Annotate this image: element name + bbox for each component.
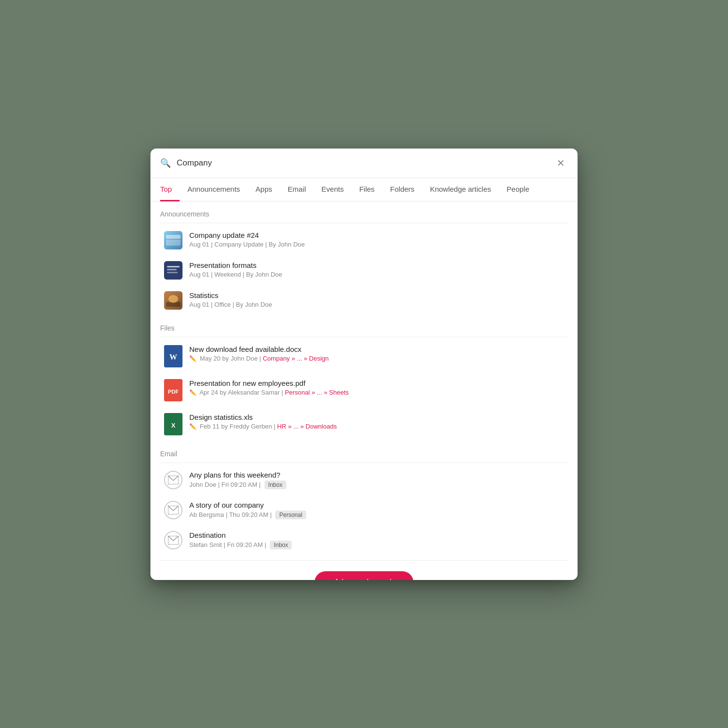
tab-files[interactable]: Files	[351, 178, 382, 201]
file-icon-pdf: PDF	[164, 379, 182, 401]
tab-folders[interactable]: Folders	[382, 178, 422, 201]
announcements-section-header: Announcements	[160, 201, 568, 223]
announcement-2-text: Presentation formats Aug 01 | Weekend | …	[189, 261, 564, 278]
email-3-meta: Stefan Smit | Fri 09:20 AM | Inbox	[189, 541, 564, 549]
list-item[interactable]: Any plans for this weekend? John Doe | F…	[160, 465, 568, 495]
svg-text:PDF: PDF	[168, 389, 179, 395]
announcement-3-meta: Aug 01 | Office | By John Doe	[189, 301, 564, 308]
email-1-text: Any plans for this weekend? John Doe | F…	[189, 471, 564, 489]
svg-rect-1	[166, 240, 181, 246]
tab-email[interactable]: Email	[280, 178, 314, 201]
email-1-meta: John Doe | Fri 09:20 AM | Inbox	[189, 480, 564, 489]
close-button[interactable]: ✕	[554, 157, 568, 169]
file-1-text: New download feed available.docx ✏️ May …	[189, 345, 564, 362]
svg-rect-6	[167, 272, 178, 273]
email-icon-3	[164, 531, 182, 549]
file-3-title: Design statistics.xls	[189, 413, 564, 421]
file-1-path-link[interactable]: Company » ... » Design	[263, 355, 329, 362]
tabs-nav: Top Announcements Apps Email Events File…	[150, 178, 578, 201]
announcement-3-title: Statistics	[189, 291, 564, 299]
svg-rect-5	[167, 269, 177, 270]
tab-top[interactable]: Top	[160, 178, 180, 201]
announcement-1-meta: Aug 01 | Company Update | By John Doe	[189, 241, 564, 248]
file-2-path-link[interactable]: Personal » ... » Sheets	[285, 389, 349, 396]
email-icon-2	[164, 501, 182, 519]
email-2-meta: Ab Bergsma | Thu 09:20 AM | Personal	[189, 511, 564, 519]
svg-rect-4	[167, 266, 180, 267]
list-item[interactable]: Statistics Aug 01 | Office | By John Doe	[160, 285, 568, 315]
email-icon-1	[164, 471, 182, 489]
list-item[interactable]: Destination Stefan Smit | Fri 09:20 AM |…	[160, 525, 568, 555]
tab-people[interactable]: People	[499, 178, 537, 201]
files-section-header: Files	[160, 315, 568, 337]
list-item[interactable]: X Design statistics.xls ✏️ Feb 11 by Fre…	[160, 407, 568, 441]
svg-text:X: X	[171, 422, 176, 429]
email-section-header: Email	[160, 441, 568, 463]
file-icon-word: W	[164, 345, 182, 367]
list-item[interactable]: W New download feed available.docx ✏️ Ma…	[160, 339, 568, 373]
tab-apps[interactable]: Apps	[248, 178, 280, 201]
email-3-text: Destination Stefan Smit | Fri 09:20 AM |…	[189, 531, 564, 549]
list-item[interactable]: PDF Presentation for new employees.pdf ✏…	[160, 373, 568, 407]
search-input[interactable]	[177, 158, 548, 168]
file-1-title: New download feed available.docx	[189, 345, 564, 353]
announcement-icon-1	[164, 231, 182, 249]
email-1-title: Any plans for this weekend?	[189, 471, 564, 479]
file-2-meta: ✏️ Apr 24 by Aleksandar Samar | Personal…	[189, 389, 564, 396]
svg-rect-2	[166, 235, 181, 239]
tab-events[interactable]: Events	[314, 178, 351, 201]
email-2-badge: Personal	[275, 511, 306, 519]
file-2-title: Presentation for new employees.pdf	[189, 379, 564, 387]
file-3-text: Design statistics.xls ✏️ Feb 11 by Fredd…	[189, 413, 564, 430]
search-bar: 🔍 ✕	[150, 149, 578, 178]
announcement-1-title: Company update #24	[189, 231, 564, 239]
email-1-badge: Inbox	[265, 480, 286, 489]
list-item[interactable]: A story of our company Ab Bergsma | Thu …	[160, 495, 568, 525]
svg-text:W: W	[169, 353, 177, 361]
results-content: Announcements Company update #2	[150, 201, 578, 580]
search-icon: 🔍	[160, 158, 171, 168]
tab-announcements[interactable]: Announcements	[180, 178, 248, 201]
announcement-icon-2	[164, 261, 182, 280]
email-2-text: A story of our company Ab Bergsma | Thu …	[189, 501, 564, 519]
advanced-search-wrap: Advanced search	[160, 560, 568, 580]
announcement-2-meta: Aug 01 | Weekend | By John Doe	[189, 271, 564, 278]
announcement-3-text: Statistics Aug 01 | Office | By John Doe	[189, 291, 564, 308]
file-3-path-link[interactable]: HR » ... » Downloads	[277, 423, 337, 430]
list-item[interactable]: Presentation formats Aug 01 | Weekend | …	[160, 255, 568, 285]
file-2-text: Presentation for new employees.pdf ✏️ Ap…	[189, 379, 564, 396]
advanced-search-button[interactable]: Advanced search	[314, 571, 414, 580]
list-item[interactable]: Company update #24 Aug 01 | Company Upda…	[160, 225, 568, 255]
svg-point-9	[168, 295, 178, 303]
email-3-title: Destination	[189, 531, 564, 539]
announcement-icon-3	[164, 291, 182, 310]
file-icon-xls: X	[164, 413, 182, 435]
email-2-title: A story of our company	[189, 501, 564, 509]
file-1-meta: ✏️ May 20 by John Doe | Company » ... » …	[189, 355, 564, 362]
search-modal: 🔍 ✕ Top Announcements Apps Email Events …	[150, 149, 578, 580]
announcement-2-title: Presentation formats	[189, 261, 564, 269]
announcement-1-text: Company update #24 Aug 01 | Company Upda…	[189, 231, 564, 248]
tab-knowledge-articles[interactable]: Knowledge articles	[422, 178, 499, 201]
email-3-badge: Inbox	[270, 541, 292, 549]
file-3-meta: ✏️ Feb 11 by Freddy Gerben | HR » ... » …	[189, 423, 564, 430]
